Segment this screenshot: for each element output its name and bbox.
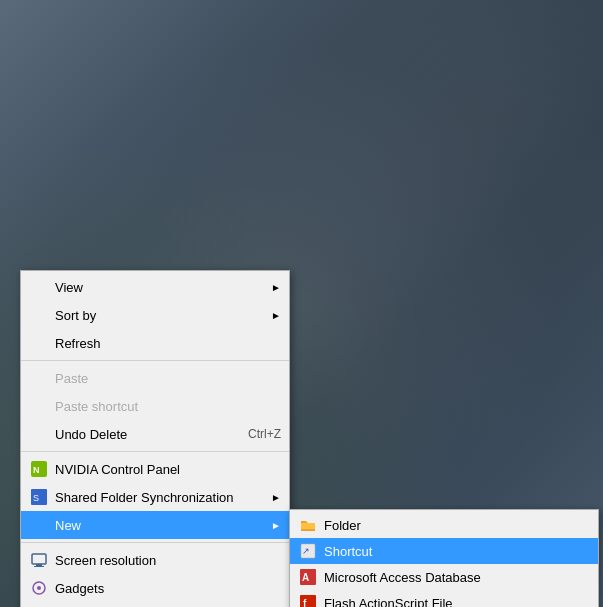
menu-item-sort[interactable]: Sort by ► <box>21 301 289 329</box>
svg-rect-52 <box>36 564 42 566</box>
shared-icon: S <box>29 487 49 507</box>
svg-point-55 <box>37 586 41 590</box>
submenu-label-shortcut: Shortcut <box>324 544 590 559</box>
submenu-label-access: Microsoft Access Database <box>324 570 590 585</box>
svg-rect-53 <box>34 566 44 567</box>
undo-icon <box>29 424 49 444</box>
svg-text:N: N <box>33 465 40 475</box>
submenu-item-access[interactable]: A Microsoft Access Database <box>290 564 598 590</box>
menu-label-paste: Paste <box>55 371 281 386</box>
gadgets-icon <box>29 578 49 598</box>
menu-item-new[interactable]: New ► Folder ↗ Shortcut A <box>21 511 289 539</box>
undo-shortcut: Ctrl+Z <box>248 427 281 441</box>
separator-1 <box>21 360 289 361</box>
menu-label-view: View <box>55 280 271 295</box>
sort-arrow: ► <box>271 310 281 321</box>
menu-item-view[interactable]: View ► <box>21 273 289 301</box>
paste-shortcut-icon <box>29 396 49 416</box>
submenu-item-shortcut[interactable]: ↗ Shortcut <box>290 538 598 564</box>
menu-item-nvidia[interactable]: N NVIDIA Control Panel <box>21 455 289 483</box>
separator-3 <box>21 542 289 543</box>
shortcut-icon: ↗ <box>298 541 318 561</box>
menu-item-refresh[interactable]: Refresh <box>21 329 289 357</box>
new-icon <box>29 515 49 535</box>
menu-item-gadgets[interactable]: Gadgets <box>21 574 289 602</box>
menu-label-undo-delete: Undo Delete <box>55 427 228 442</box>
submenu-item-flash[interactable]: f Flash ActionScript File <box>290 590 598 607</box>
svg-text:A: A <box>302 572 309 583</box>
menu-label-gadgets: Gadgets <box>55 581 281 596</box>
menu-item-screen[interactable]: Screen resolution <box>21 546 289 574</box>
menu-label-new: New <box>55 518 271 533</box>
view-icon <box>29 277 49 297</box>
new-submenu: Folder ↗ Shortcut A Microsoft Access Dat… <box>289 509 599 607</box>
menu-label-paste-shortcut: Paste shortcut <box>55 399 281 414</box>
context-menu: View ► Sort by ► Refresh Paste Paste sho… <box>20 270 290 607</box>
menu-label-shared: Shared Folder Synchronization <box>55 490 271 505</box>
flash-icon: f <box>298 593 318 607</box>
nvidia-icon: N <box>29 459 49 479</box>
new-arrow: ► <box>271 520 281 531</box>
menu-item-personalize[interactable]: ✦ Personalize <box>21 602 289 607</box>
svg-text:↗: ↗ <box>302 546 310 556</box>
menu-label-nvidia: NVIDIA Control Panel <box>55 462 281 477</box>
folder-icon <box>298 515 318 535</box>
shared-arrow: ► <box>271 492 281 503</box>
access-icon: A <box>298 567 318 587</box>
submenu-label-folder: Folder <box>324 518 590 533</box>
menu-item-paste-shortcut[interactable]: Paste shortcut <box>21 392 289 420</box>
refresh-icon <box>29 333 49 353</box>
menu-item-paste[interactable]: Paste <box>21 364 289 392</box>
menu-item-undo-delete[interactable]: Undo Delete Ctrl+Z <box>21 420 289 448</box>
menu-label-sort: Sort by <box>55 308 271 323</box>
svg-text:S: S <box>33 493 39 503</box>
sort-icon <box>29 305 49 325</box>
submenu-label-flash: Flash ActionScript File <box>324 596 590 608</box>
view-arrow: ► <box>271 282 281 293</box>
menu-label-refresh: Refresh <box>55 336 281 351</box>
paste-icon <box>29 368 49 388</box>
screen-icon <box>29 550 49 570</box>
separator-2 <box>21 451 289 452</box>
submenu-item-folder[interactable]: Folder <box>290 512 598 538</box>
menu-item-shared[interactable]: S Shared Folder Synchronization ► <box>21 483 289 511</box>
menu-label-screen: Screen resolution <box>55 553 281 568</box>
svg-rect-51 <box>32 554 46 564</box>
